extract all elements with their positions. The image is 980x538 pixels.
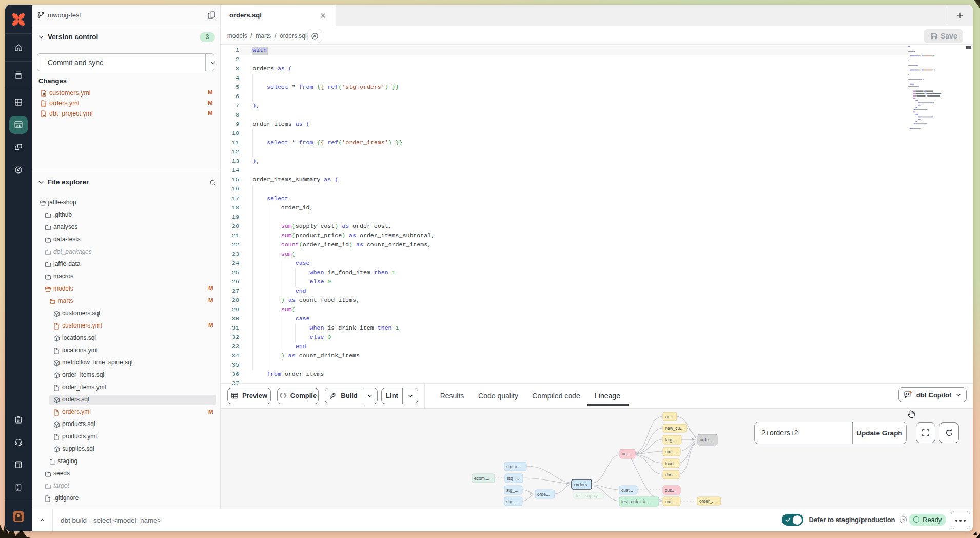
svg-text:cust...: cust...	[621, 488, 633, 493]
svg-text:stg_...: stg_...	[506, 488, 518, 493]
svg-text:ord...: ord...	[665, 499, 675, 504]
svg-text:cus...: cus...	[665, 488, 675, 493]
svg-text:or...: or...	[622, 451, 629, 456]
svg-text:or...: or...	[665, 414, 672, 419]
svg-text:orde...: orde...	[537, 492, 550, 497]
svg-text:ord...: ord...	[665, 449, 675, 454]
svg-text:orders: orders	[574, 482, 587, 487]
svg-text:stg_o...: stg_o...	[506, 464, 521, 469]
svg-text:test_supply...: test_supply...	[576, 493, 601, 498]
svg-text:orde...: orde...	[700, 437, 712, 443]
svg-text:food...: food...	[665, 461, 677, 466]
svg-text:test_order_it...: test_order_it...	[621, 499, 649, 504]
svg-text:stg_...: stg_...	[507, 476, 519, 481]
svg-text:drin...: drin...	[665, 472, 676, 477]
svg-text:ecom....: ecom....	[474, 476, 489, 481]
svg-text:new_cu...: new_cu...	[665, 426, 683, 431]
svg-text:stg_...: stg_...	[506, 499, 518, 504]
svg-text:order_...: order_...	[699, 498, 716, 504]
svg-text:larg...: larg...	[665, 437, 676, 443]
